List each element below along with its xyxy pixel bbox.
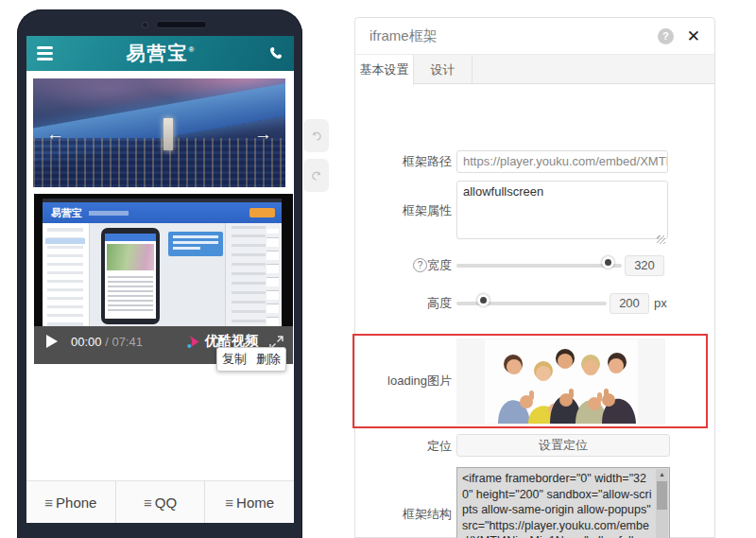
close-icon[interactable]: ✕ [687, 28, 700, 44]
width-value[interactable]: 320 [625, 255, 664, 276]
widget-context-menu: 复制 删除 [216, 347, 286, 372]
help-icon[interactable]: ? [658, 28, 674, 44]
position-label: 定位 [355, 439, 452, 454]
thumb-workspace [43, 223, 282, 326]
redo-button[interactable] [303, 159, 329, 192]
list-icon: ≡ [225, 495, 233, 511]
frame-structure-textarea[interactable]: <iframe frameborder="0" width="320" heig… [456, 467, 670, 538]
phone-screen: 易营宝® ← → 易营宝 [26, 36, 294, 523]
nav-item-home[interactable]: ≡ Home [205, 481, 294, 523]
loading-image-label: loading图片 [355, 373, 452, 389]
height-unit: px [654, 296, 667, 310]
frame-path-input[interactable]: https://player.youku.com/embed/XMTI4Njcy [456, 150, 668, 173]
thumb-orange-button [249, 208, 275, 217]
code-scrollbar[interactable]: ▲ ▼ [656, 469, 668, 538]
nav-item-qq[interactable]: ≡ QQ [116, 481, 206, 523]
loading-image-preview[interactable] [485, 339, 638, 424]
height-slider-handle[interactable] [477, 294, 490, 306]
width-slider-handle[interactable] [602, 256, 614, 269]
panel-body: 框架路径 https://player.youku.com/embed/XMTI… [355, 84, 714, 537]
thumb-tagline [89, 211, 129, 216]
video-time: 00:00 / 07:41 [71, 335, 143, 349]
video-widget[interactable]: 易营宝 00:00 / 07: [34, 194, 293, 364]
undo-icon [308, 128, 325, 145]
phone-camera-dot [142, 22, 148, 28]
carousel-prev-icon[interactable]: ← [46, 124, 64, 142]
mobile-header: 易营宝® [26, 36, 294, 71]
iframe-code: <iframe frameborder="0" width="320" heig… [462, 471, 652, 538]
phone-mockup: 易营宝® ← → 易营宝 [17, 9, 302, 538]
banner-carousel[interactable]: ← → [33, 78, 285, 187]
iframe-settings-panel: iframe框架 ? ✕ 基本设置 设计 框架路径 https://player… [354, 17, 715, 538]
play-icon[interactable] [46, 335, 58, 348]
phone-call-icon[interactable] [268, 45, 284, 64]
undo-button[interactable] [303, 119, 329, 152]
frame-structure-label: 框架结构 [355, 507, 452, 522]
banner-art-tower [163, 118, 173, 150]
site-title: 易营宝® [26, 41, 294, 66]
width-label: 宽度 [355, 258, 452, 273]
frame-attrs-label: 框架属性 [355, 203, 452, 218]
copy-button[interactable]: 复制 [222, 351, 247, 368]
phone-speaker [156, 21, 207, 28]
delete-button[interactable]: 删除 [256, 351, 281, 368]
width-slider-track[interactable] [456, 264, 622, 268]
carousel-next-icon[interactable]: → [254, 124, 272, 142]
loading-image-area[interactable] [456, 338, 665, 425]
banner-art-city [33, 138, 285, 187]
frame-attrs-textarea[interactable]: allowfullscreen [456, 181, 668, 239]
tab-basic-settings[interactable]: 基本设置 [355, 55, 414, 85]
panel-tabs: 基本设置 设计 [355, 55, 714, 84]
tab-design[interactable]: 设计 [414, 55, 472, 83]
list-icon: ≡ [144, 495, 152, 511]
thumb-app-header: 易营宝 [43, 202, 282, 223]
set-position-button[interactable]: 设置定位 [456, 434, 670, 457]
scroll-thumb[interactable] [657, 481, 667, 510]
resize-grip-icon[interactable] [657, 235, 665, 244]
height-value[interactable]: 200 [610, 293, 649, 314]
nav-item-phone[interactable]: ≡ Phone [26, 481, 116, 523]
list-icon: ≡ [44, 495, 53, 511]
youku-logo-icon [185, 334, 201, 350]
panel-title: iframe框架 [369, 27, 438, 45]
panel-header: iframe框架 ? ✕ [355, 18, 714, 55]
frame-path-label: 框架路径 [355, 154, 452, 169]
mobile-bottom-nav: ≡ Phone ≡ QQ ≡ Home [26, 480, 294, 523]
height-label: 高度 [355, 296, 452, 311]
redo-icon [308, 167, 325, 184]
scroll-up-icon[interactable]: ▲ [656, 469, 668, 480]
video-thumbnail: 易营宝 [34, 194, 293, 326]
thumb-logo: 易营宝 [51, 206, 82, 220]
